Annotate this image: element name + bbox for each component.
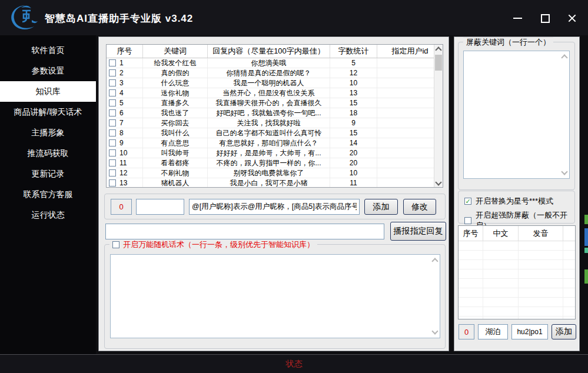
minimize-glyph <box>513 18 522 19</box>
row-checkbox[interactable] <box>109 99 116 106</box>
add-button[interactable]: 添加 <box>364 199 398 215</box>
scroll-down-icon[interactable] <box>434 178 443 187</box>
column-header: 发音 <box>519 226 563 241</box>
minimize-icon[interactable] <box>513 13 523 24</box>
table-row[interactable]: 3什么玩意我是一个聪明的机器人10 <box>107 78 443 88</box>
status-bar: 状态 <box>0 354 588 373</box>
table-row[interactable]: 4送你礼物当然开心，但是没有也没关系13 <box>107 88 443 98</box>
pronunciation-table-header: 序号中文发音 <box>459 226 575 241</box>
table-row[interactable]: 13猪机器人我是小白，我可不是小猪11 <box>107 178 443 188</box>
random-talk-checkbox[interactable] <box>112 241 119 248</box>
table-row[interactable] <box>459 260 575 269</box>
empty-cell <box>563 241 575 250</box>
row-checkbox[interactable] <box>109 179 116 186</box>
keyword-input[interactable] <box>136 199 184 215</box>
table-row[interactable] <box>459 307 575 317</box>
empty-cell <box>459 269 483 278</box>
textarea-scroll-up-icon[interactable] <box>431 257 438 264</box>
sidebar-item[interactable]: 运行状态 <box>0 205 96 225</box>
textarea-scroll-down-icon[interactable] <box>431 328 438 335</box>
row-checkbox[interactable] <box>109 119 116 126</box>
sidebar-item[interactable]: 更新记录 <box>0 164 96 184</box>
sidebar-item[interactable]: 主播形象 <box>0 122 96 143</box>
table-row[interactable] <box>459 279 575 288</box>
table-row[interactable]: 11看着都疼不疼的，跟人剪指甲一样的，你...20 <box>107 158 443 168</box>
table-row[interactable] <box>459 251 575 260</box>
user-id-cell <box>377 148 443 158</box>
close-glyph <box>567 13 577 24</box>
empty-cell <box>519 269 563 278</box>
row-checkbox[interactable] <box>109 79 116 86</box>
reply-cell: 当然开心，但是没有也没关系 <box>208 88 330 98</box>
empty-cell <box>563 260 575 269</box>
row-num-cell: 12 <box>107 168 143 178</box>
row-checkbox[interactable] <box>109 139 116 146</box>
empty-cell <box>483 288 519 297</box>
table-row[interactable]: 9有点意思有意思就好，那咱们聊点什么？14 <box>107 138 443 148</box>
table-row[interactable] <box>459 269 575 279</box>
table-row[interactable]: 7买你回去关注我，找我就好啦9 <box>107 118 443 128</box>
user-id-cell <box>377 138 443 148</box>
row-number: 4 <box>119 88 124 98</box>
pron-add-button[interactable]: 添加 <box>552 324 576 339</box>
reply-cell: 好吧好吧，我就勉强夸你一句吧... <box>208 108 330 118</box>
row-number: 7 <box>119 118 124 128</box>
super-block-checkbox[interactable] <box>464 217 471 224</box>
table-row[interactable]: 12不刷礼物别呀我的电费就靠你了10 <box>107 168 443 178</box>
row-checkbox[interactable] <box>109 159 116 166</box>
row-num-cell: 8 <box>107 128 143 138</box>
row-num-cell: 3 <box>107 78 143 88</box>
sidebar-item[interactable]: 联系官方客服 <box>0 184 96 205</box>
pron-pinyin-input[interactable] <box>511 324 548 339</box>
scrollbar-thumb[interactable] <box>435 55 442 71</box>
sidebar-item[interactable]: 推流码获取 <box>0 143 96 164</box>
row-checkbox[interactable] <box>109 59 116 66</box>
row-checkbox[interactable] <box>109 169 116 176</box>
row-number: 9 <box>119 138 124 148</box>
broadcast-button[interactable]: 播报指定回复 <box>390 222 446 241</box>
table-row[interactable]: 6我也送了好吧好吧，我就勉强夸你一句吧...18 <box>107 108 443 118</box>
sidebar-item[interactable]: 商品讲解/聊天话术 <box>0 102 96 122</box>
table-row[interactable]: 8我叫什么自己的名字都不知道叫什么真可怜15 <box>107 128 443 138</box>
sidebar-item[interactable]: 知识库 <box>0 81 96 102</box>
table-row[interactable] <box>459 288 575 298</box>
modify-button[interactable]: 修改 <box>403 199 436 215</box>
empty-cell <box>519 298 563 307</box>
table-row[interactable] <box>459 317 575 319</box>
reply-cell: 我是一个聪明的机器人 <box>208 78 330 88</box>
textarea-scroll-up-icon[interactable] <box>561 54 568 61</box>
sidebar-item[interactable]: 软件首页 <box>0 40 96 61</box>
row-checkbox[interactable] <box>109 129 116 136</box>
app-logo-icon <box>9 2 41 33</box>
broadcast-input[interactable] <box>105 224 384 239</box>
scroll-up-icon[interactable] <box>434 45 443 54</box>
table-row[interactable]: 2真的假的你猜猜是真的还是假的呢？12 <box>107 68 443 78</box>
blocked-keywords-textarea[interactable] <box>464 51 569 178</box>
table-row[interactable] <box>459 241 575 251</box>
reply-template-input[interactable] <box>189 199 360 215</box>
row-num-cell: 7 <box>107 118 143 128</box>
table-row[interactable]: 10叫我帅哥好好好，是是帅哥，大帅哥，有...20 <box>107 148 443 158</box>
textarea-scroll-down-icon[interactable] <box>561 169 568 176</box>
random-talk-group: 开启万能随机话术（一行一条，级别优先于智能知识库） <box>104 244 446 349</box>
row-checkbox[interactable] <box>109 69 116 76</box>
sidebar-item[interactable]: 参数设置 <box>0 61 96 81</box>
close-icon[interactable] <box>567 13 577 24</box>
pron-chinese-input[interactable] <box>478 324 508 339</box>
random-talk-textarea[interactable] <box>111 255 440 338</box>
row-checkbox[interactable] <box>109 149 116 156</box>
row-number: 12 <box>119 168 127 178</box>
table-row[interactable]: 5直播多久我直播聊天很开心的，会直播很久15 <box>107 98 443 108</box>
row-checkbox[interactable] <box>109 109 116 116</box>
table-row[interactable] <box>459 298 575 307</box>
column-header: 中文 <box>483 226 519 241</box>
table-row[interactable]: 1给我发个红包你想滴美哦5 <box>107 58 443 68</box>
maximize-icon[interactable] <box>540 13 550 24</box>
row-checkbox[interactable] <box>109 89 116 96</box>
sidebar: 软件首页参数设置知识库商品讲解/聊天话术主播形象推流码获取更新记录联系官方客服运… <box>0 35 96 354</box>
empty-cell <box>563 298 575 307</box>
star-mode-label: 开启替换为星号***模式 <box>476 196 553 207</box>
star-mode-checkbox[interactable]: ✓ <box>464 198 471 205</box>
column-header: 回复内容（尽量在100字内最佳） <box>208 45 330 58</box>
table-scrollbar[interactable] <box>434 45 443 187</box>
